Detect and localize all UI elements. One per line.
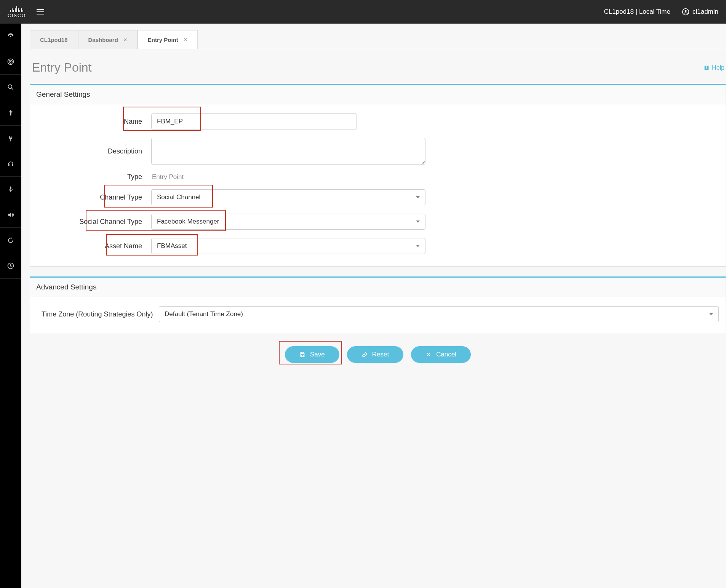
nav-search-icon[interactable] — [0, 75, 21, 100]
svg-rect-6 — [10, 187, 11, 190]
advanced-settings-panel: Advanced Settings Time Zone (Routing Str… — [30, 276, 726, 333]
chevron-down-icon — [416, 196, 420, 198]
eraser-icon — [361, 352, 368, 358]
chevron-down-icon — [416, 220, 420, 223]
description-label: Description — [37, 147, 151, 155]
save-icon — [299, 352, 305, 358]
tab-dashboard[interactable]: Dashboard × — [78, 30, 138, 49]
nav-volume-icon[interactable] — [0, 202, 21, 228]
panel-title: Advanced Settings — [30, 278, 726, 297]
cancel-button[interactable]: Cancel — [411, 346, 471, 363]
asset-name-label: Asset Name — [37, 242, 151, 250]
nav-plug-icon[interactable] — [0, 126, 21, 151]
reset-button[interactable]: Reset — [347, 346, 403, 363]
save-button[interactable]: Save — [285, 346, 339, 363]
nav-headset-icon[interactable] — [0, 151, 21, 177]
menu-toggle-icon[interactable] — [37, 9, 44, 14]
panel-title: General Settings — [30, 85, 726, 104]
type-label: Type — [37, 173, 151, 181]
svg-point-1 — [684, 10, 686, 12]
close-icon[interactable]: × — [123, 36, 127, 44]
asset-name-select[interactable]: FBMAsset — [151, 238, 425, 254]
type-value: Entry Point — [151, 173, 184, 181]
nav-pin-icon[interactable] — [0, 100, 21, 126]
social-channel-type-label: Social Channel Type — [37, 218, 151, 226]
close-icon[interactable]: × — [184, 36, 187, 43]
description-textarea[interactable] — [151, 138, 425, 165]
name-input[interactable] — [151, 113, 357, 129]
tenant-time-label: CL1pod18 | Local Time — [604, 8, 670, 16]
page-title: Entry Point — [32, 61, 92, 75]
svg-point-5 — [8, 85, 12, 88]
timezone-label: Time Zone (Routing Strategies Only) — [37, 310, 159, 318]
nav-mic-icon[interactable] — [0, 177, 21, 202]
user-icon — [682, 8, 689, 16]
top-header: cisco CL1pod18 | Local Time cl1admin — [0, 0, 726, 24]
chevron-down-icon — [416, 245, 420, 247]
tab-bar: CL1pod18 Dashboard × Entry Point × — [30, 30, 726, 49]
nav-target-icon[interactable] — [0, 49, 21, 75]
close-icon — [425, 352, 432, 358]
general-settings-panel: General Settings Name Description Type E… — [30, 84, 726, 267]
channel-type-select[interactable]: Social Channel — [151, 189, 425, 205]
channel-type-label: Channel Type — [37, 193, 151, 201]
tab-tenant[interactable]: CL1pod18 — [30, 30, 78, 49]
timezone-select[interactable]: Default (Tenant Time Zone) — [159, 306, 719, 322]
help-link[interactable]: Help — [704, 64, 724, 71]
tab-entry-point[interactable]: Entry Point × — [138, 30, 198, 49]
book-icon — [704, 65, 710, 71]
svg-point-4 — [10, 61, 11, 62]
nav-dashboard-icon[interactable] — [0, 24, 21, 49]
nav-settings-icon[interactable] — [0, 253, 21, 279]
cisco-logo: cisco — [8, 5, 26, 18]
social-channel-type-select[interactable]: Facebook Messenger — [151, 214, 425, 230]
svg-point-8 — [10, 265, 11, 266]
chevron-down-icon — [709, 313, 713, 315]
side-nav — [0, 24, 21, 588]
action-bar: Save Reset Cancel — [30, 343, 726, 366]
main-content: CL1pod18 Dashboard × Entry Point × Entry… — [21, 24, 726, 588]
user-menu[interactable]: cl1admin — [682, 8, 718, 16]
name-label: Name — [37, 118, 151, 126]
nav-history-icon[interactable] — [0, 228, 21, 253]
